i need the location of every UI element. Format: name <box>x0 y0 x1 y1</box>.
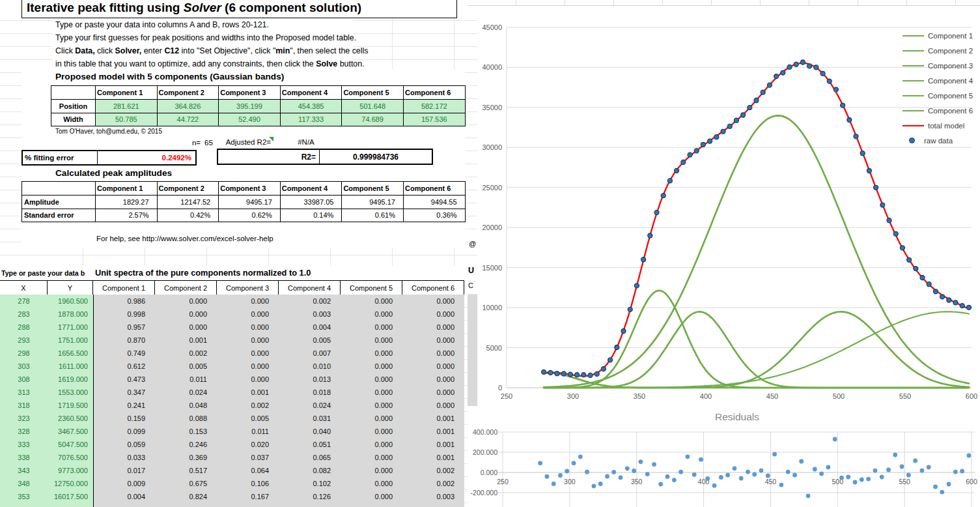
data-cell[interactable]: 0.011 <box>217 425 279 438</box>
data-cell[interactable]: 0.003 <box>402 490 464 503</box>
data-cell[interactable]: 0.024 <box>155 386 217 399</box>
title-cell[interactable]: Iterative peak fitting using Solver (6 c… <box>21 0 457 18</box>
value-cell[interactable]: 454.385 <box>281 100 343 113</box>
data-cell[interactable]: 1751.000 <box>48 334 93 347</box>
data-cell[interactable]: 0.009 <box>93 477 155 490</box>
data-table-body[interactable]: 2781960.5000.9860.0000.0000.0020.0000.00… <box>0 295 464 507</box>
data-cell[interactable]: 0.824 <box>155 490 217 503</box>
data-cell[interactable]: 0.002 <box>402 477 464 490</box>
data-cell[interactable]: 0.000 <box>341 477 402 490</box>
legend-item-total-model[interactable]: total model <box>903 118 973 133</box>
data-cell[interactable]: 0.003 <box>279 308 341 321</box>
data-cell[interactable]: 0.059 <box>93 438 155 451</box>
data-cell[interactable]: 0.001 <box>217 386 279 399</box>
data-cell[interactable]: 0.937 <box>155 503 217 507</box>
column-header-5[interactable]: Component 5 <box>342 86 404 100</box>
data-header-component-6[interactable]: Component 6 <box>402 281 464 295</box>
column-header-3[interactable]: Component 3 <box>219 86 281 100</box>
data-cell[interactable]: 0.051 <box>279 438 341 451</box>
data-cell[interactable]: 0.000 <box>341 412 402 425</box>
data-cell[interactable]: 0.005 <box>217 412 279 425</box>
value-cell[interactable]: 12147.52 <box>158 196 219 209</box>
column-header-6[interactable]: Component 6 <box>404 182 466 196</box>
data-cell[interactable]: 0.000 <box>341 438 402 451</box>
data-cell[interactable]: 0.000 <box>402 399 464 412</box>
amplitudes-table[interactable]: Component 1Component 2Component 3Compone… <box>21 181 466 222</box>
data-cell[interactable]: 0.005 <box>279 334 341 347</box>
data-cell[interactable]: 0.004 <box>402 503 464 507</box>
data-cell[interactable]: 0.018 <box>279 386 341 399</box>
data-cell[interactable]: 0.040 <box>279 425 341 438</box>
value-cell[interactable]: 0.36% <box>404 209 466 223</box>
legend-item-Component-4[interactable]: Component 4 <box>903 74 973 89</box>
value-cell[interactable]: 9495.17 <box>342 196 404 209</box>
data-cell[interactable]: 1878.000 <box>48 308 93 321</box>
data-cell[interactable]: 0.153 <box>155 425 217 438</box>
data-header-component-4[interactable]: Component 4 <box>279 281 341 295</box>
value-cell[interactable]: 0.42% <box>158 209 219 223</box>
value-cell[interactable]: 0.61% <box>342 209 404 223</box>
value-cell[interactable]: 395.199 <box>219 100 281 113</box>
data-cell[interactable]: 0.000 <box>341 308 402 321</box>
data-cell[interactable]: 0.000 <box>217 347 279 360</box>
data-cell[interactable]: 0.037 <box>217 451 279 464</box>
adjusted-r2-value-cell[interactable]: #N/A <box>273 138 339 146</box>
column-header-2[interactable]: Component 2 <box>158 86 219 100</box>
value-cell[interactable]: 50.785 <box>96 113 158 127</box>
data-cell[interactable]: 353 <box>0 490 48 503</box>
column-header-1[interactable]: Component 1 <box>96 86 158 100</box>
data-cell[interactable]: 0.000 <box>341 373 402 386</box>
data-cell[interactable]: 0.000 <box>217 373 279 386</box>
data-cell[interactable]: 1553.000 <box>48 386 93 399</box>
data-cell[interactable]: 0.870 <box>93 334 155 347</box>
column-header-4[interactable]: Component 4 <box>281 182 343 196</box>
adjusted-r2-label[interactable]: Adjusted R2= <box>195 138 271 146</box>
data-cell[interactable]: 303 <box>0 360 48 373</box>
data-cell[interactable]: 278 <box>0 295 48 308</box>
column-header-6[interactable]: Component 6 <box>404 86 466 100</box>
data-cell[interactable]: 12750.000 <box>48 477 93 490</box>
data-cell[interactable]: 0.000 <box>341 321 402 334</box>
data-cell[interactable]: 338 <box>0 451 48 464</box>
data-cell[interactable]: 0.000 <box>402 334 464 347</box>
value-cell[interactable]: 52.490 <box>219 113 281 127</box>
data-cell[interactable]: 0.347 <box>93 386 155 399</box>
data-cell[interactable]: 0.000 <box>341 386 402 399</box>
fit-chart[interactable]: 0500010000150002000025000300003500040000… <box>477 7 980 406</box>
data-cell[interactable]: 0.001 <box>155 334 217 347</box>
data-cell[interactable]: 0.000 <box>402 373 464 386</box>
value-cell[interactable]: 501.648 <box>342 100 404 113</box>
data-cell[interactable]: 0.004 <box>279 321 341 334</box>
data-cell[interactable]: 328 <box>0 425 48 438</box>
column-header-3[interactable]: Component 3 <box>219 182 281 196</box>
data-cell[interactable]: 1719.500 <box>48 399 93 412</box>
value-cell[interactable]: 1829.27 <box>96 196 158 209</box>
value-cell[interactable]: 9495.17 <box>219 196 281 209</box>
value-cell[interactable]: 117.333 <box>281 113 343 127</box>
data-cell[interactable]: 0.002 <box>402 464 464 477</box>
data-cell[interactable]: 16017.500 <box>48 490 93 503</box>
data-cell[interactable]: 0.064 <box>217 464 279 477</box>
chart-legend[interactable]: Component 1Component 2Component 3Compone… <box>903 29 973 148</box>
data-cell[interactable]: 343 <box>0 464 48 477</box>
data-cell[interactable]: 0.020 <box>217 438 279 451</box>
data-cell[interactable]: 0.005 <box>155 360 217 373</box>
data-cell[interactable]: 1960.500 <box>48 295 93 308</box>
data-cell[interactable]: 0.126 <box>279 490 341 503</box>
data-header-component-5[interactable]: Component 5 <box>341 281 402 295</box>
column-header-5[interactable]: Component 5 <box>342 182 404 196</box>
data-header-component-2[interactable]: Component 2 <box>155 281 217 295</box>
r2-box[interactable]: R2= 0.999984736 <box>217 149 433 165</box>
data-cell[interactable]: 0.000 <box>341 464 402 477</box>
residuals-chart[interactable]: 400.000200.0000.000-200.0002503003504004… <box>468 406 980 507</box>
legend-item-Component-2[interactable]: Component 2 <box>903 44 973 59</box>
data-cell[interactable]: 0.048 <box>155 399 217 412</box>
data-cell[interactable]: 0.159 <box>93 412 155 425</box>
data-cell[interactable]: 0.010 <box>279 360 341 373</box>
data-cell[interactable]: 0.000 <box>155 321 217 334</box>
data-cell[interactable]: 0.000 <box>402 295 464 308</box>
column-header-1[interactable]: Component 1 <box>96 182 158 196</box>
data-cell[interactable]: 283 <box>0 308 48 321</box>
data-cell[interactable]: 0.000 <box>341 295 402 308</box>
n-label[interactable]: n= <box>137 139 201 147</box>
